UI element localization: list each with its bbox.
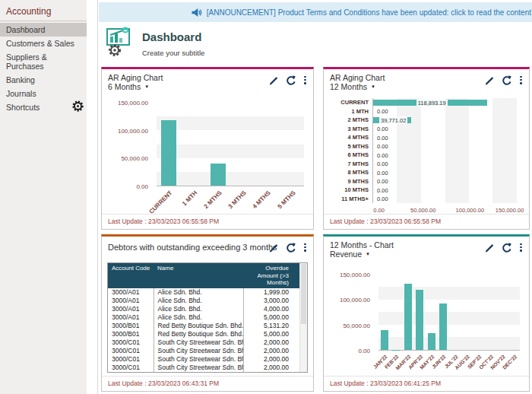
- table-cell: 32,130.20: [243, 372, 299, 373]
- bar-track: 39,771.02: [372, 116, 517, 124]
- bar-slot: [402, 275, 414, 350]
- column-header: Overdue Amount (>3 Months): [243, 263, 299, 288]
- ar-aging-12-months-chart: CURRENT118,893.191 MTH0.002 MTHS39,771.0…: [330, 97, 523, 214]
- bar-track: 0.00: [372, 176, 517, 185]
- hbar-row: 1 MTH0.00: [330, 106, 517, 115]
- debtors-table: Account CodeNameOverdue Amount (>3 Month…: [108, 263, 299, 373]
- table-row: 3000/A01Alice Sdn. Bhd.4,000.00: [108, 305, 299, 313]
- bar-track: 0.00: [372, 124, 517, 132]
- chevron-down-icon: ▼: [366, 249, 370, 259]
- bar: [161, 120, 176, 186]
- bar: [381, 330, 388, 350]
- table-cell: 3000/B01: [108, 330, 154, 338]
- bar: [428, 333, 435, 350]
- sidebar-menu: Dashboard Customers & Sales Suppliers & …: [0, 21, 87, 114]
- bar-slot: [255, 103, 279, 186]
- sidebar-item-label: Dashboard: [6, 25, 45, 34]
- category-label: 7 MTHS: [330, 160, 372, 167]
- last-update: Last Update : 23/03/2023 06:41:25 PM: [324, 376, 529, 391]
- y-tick-label: 50,000.00: [343, 322, 370, 329]
- x-tick-label: 1 MTH: [181, 189, 198, 207]
- category-label: CURRENT: [330, 99, 372, 106]
- table-cell: 2,000.00: [243, 364, 299, 372]
- scrollbar-thumb[interactable]: [301, 264, 306, 324]
- hbar-row: 9 MTHS0.00: [330, 176, 517, 185]
- table-cell: Alice Sdn. Bhd.: [154, 313, 243, 322]
- refresh-icon[interactable]: [502, 75, 511, 85]
- gear-icon[interactable]: [72, 100, 84, 112]
- x-axis: CURRENT1 MTH2 MTHS3 MTHS4 MTHS5 MTHS: [157, 187, 304, 211]
- table-cell: 2,000.00: [243, 355, 299, 364]
- table-scrollbar[interactable]: [299, 263, 307, 372]
- bar-value-label: 0.00: [375, 134, 390, 141]
- table-cell: 3000/C01: [108, 355, 154, 364]
- refresh-icon[interactable]: [286, 243, 296, 253]
- announcement-bar[interactable]: [ANNOUNCEMENT] Product Terms and Conditi…: [99, 2, 532, 22]
- bar-slot: [157, 103, 181, 186]
- bar-track: 0.00: [372, 194, 517, 202]
- hbar-row: 4 MTHS0.00: [330, 133, 517, 141]
- x-axis: 0.0050,000.00100,000.00150,000.00: [376, 205, 517, 214]
- bar-slot: [449, 275, 461, 350]
- category-label: 8 MTHS: [330, 169, 372, 176]
- bar-value-label: 0.00: [375, 108, 390, 115]
- bar-slot: [378, 275, 391, 350]
- table-row: 3000/C01South City Streetwear Sdn. Bhd.2…: [108, 347, 299, 355]
- more-menu-icon[interactable]: [519, 75, 523, 85]
- y-axis: 0.0050,000.00100,000.00150,000.00: [330, 275, 372, 351]
- x-tick-label: 4 MTHS: [252, 189, 272, 210]
- table-cell: 5,000.00: [243, 313, 299, 322]
- x-tick-label: CURRENT: [148, 189, 174, 215]
- table-row: 3000/C01South City Streetwear Sdn. Bhd.2…: [108, 355, 299, 364]
- bar-slot: [485, 275, 497, 350]
- bar-track: 0.00: [372, 133, 517, 141]
- sidebar-divider: [97, 0, 98, 394]
- edit-icon[interactable]: [268, 243, 278, 253]
- sidebar-item-customers-sales[interactable]: Customers & Sales: [0, 37, 87, 50]
- sidebar-item-suppliers-purchases[interactable]: Suppliers & Purchases: [0, 50, 87, 73]
- main-content: [ANNOUNCEMENT] Product Terms and Conditi…: [99, 0, 532, 394]
- sidebar-item-journals[interactable]: Journals: [0, 87, 87, 100]
- edit-icon[interactable]: [268, 75, 278, 85]
- hbar-row: 10 MTHS0.00: [330, 186, 517, 194]
- table-cell: 2,000.00: [243, 338, 299, 347]
- sidebar-item-dashboard[interactable]: Dashboard: [0, 23, 87, 37]
- table-row: 3000/B01Red Betty Boutique Sdn. Bhd.5,13…: [108, 322, 299, 330]
- more-menu-icon[interactable]: [303, 242, 307, 253]
- refresh-icon[interactable]: [286, 75, 296, 85]
- sidebar-item-label: Banking: [6, 75, 35, 84]
- hbar-row: 5 MTHS0.00: [330, 141, 517, 150]
- table-cell: 5,131.20: [243, 322, 299, 330]
- table-cell: 3000/A01: [108, 297, 154, 305]
- table-cell: 4,000.00: [243, 305, 299, 313]
- bar-slot: [280, 103, 304, 186]
- page-title: Dashboard: [142, 30, 204, 43]
- card-12-months-revenue: 12 Months - Chart Revenue ▼ 0.0050,000.0…: [323, 234, 530, 392]
- x-tick-label: 50,000.00: [410, 207, 435, 214]
- category-label: 1 MTH: [330, 108, 372, 115]
- x-tick-label: 5 MTHS: [276, 189, 296, 210]
- refresh-icon[interactable]: [502, 243, 511, 253]
- table-body: 3000/A01Alice Sdn. Bhd.1,999.003000/A01A…: [108, 288, 299, 373]
- bar-value-label: 39,771.02: [379, 116, 407, 123]
- column-header: Account Code: [108, 263, 154, 288]
- table-row: TOTAL32,130.20: [108, 372, 299, 373]
- x-axis: JAN'22FEB'22MAR'22APR'22MAY'22JUN'22JUL'…: [378, 351, 520, 376]
- table-cell: 5,000.00: [243, 330, 299, 338]
- table-cell: South City Streetwear Sdn. Bhd.: [154, 338, 243, 347]
- edit-icon[interactable]: [484, 75, 494, 85]
- edit-icon[interactable]: [484, 243, 494, 253]
- more-menu-icon[interactable]: [519, 242, 523, 253]
- card-ar-aging-6-months: AR Aging Chart 6 Months ▼ 0.0050,000.001…: [101, 67, 314, 230]
- page-subtitle: Create your subtitle: [142, 49, 204, 57]
- hbar-row: 7 MTHS0.00: [330, 159, 517, 167]
- sidebar-item-banking[interactable]: Banking: [0, 73, 87, 87]
- category-label: 6 MTHS: [330, 151, 372, 158]
- more-menu-icon[interactable]: [303, 75, 307, 85]
- table-cell: 3000/A01: [108, 313, 154, 322]
- bar-track: 0.00: [372, 151, 517, 159]
- card-debtors-outstanding: Debtors with outstanding exceeding 3 mon…: [101, 234, 314, 392]
- y-tick-label: 100,000.00: [340, 297, 370, 303]
- table-cell: Red Betty Boutique Sdn. Bhd.: [154, 322, 243, 330]
- sidebar-item-shortcuts[interactable]: Shortcuts: [0, 100, 87, 114]
